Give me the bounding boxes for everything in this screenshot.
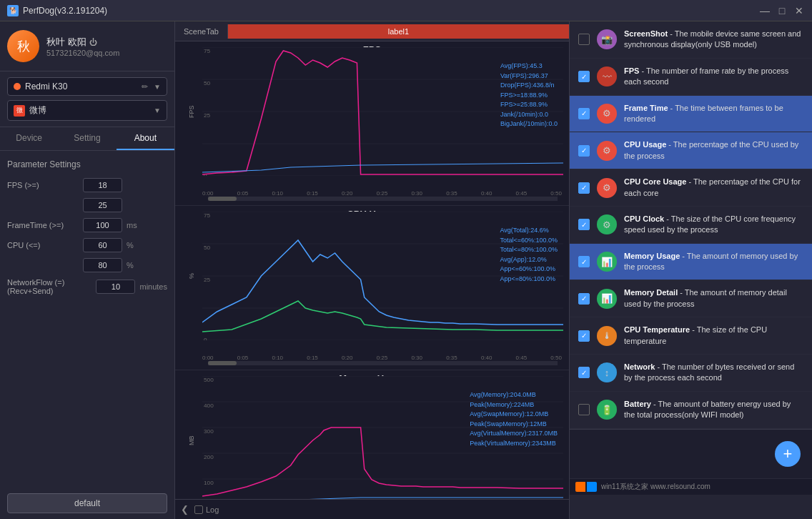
bottom-nav-icon[interactable]: ❮	[181, 504, 189, 515]
svg-text:50: 50	[204, 80, 211, 86]
cputemp-icon: 🌡	[597, 326, 617, 346]
cpu-scrollbar[interactable]	[208, 361, 558, 365]
frametime-label: FrameTime (>=)	[7, 221, 79, 229]
memorydetail-checkbox[interactable]	[578, 293, 590, 305]
svg-text:300: 300	[204, 428, 214, 435]
app-select[interactable]: 微 微博 ▼	[7, 100, 167, 121]
avatar: 秋	[7, 30, 39, 62]
fps-y-label: FPS	[181, 47, 202, 176]
fps-chart-area: FPS 75 50 25 0	[181, 47, 563, 190]
cpu-unit-2: %	[127, 261, 134, 270]
rp-item-cputemp[interactable]: 🌡 CPU Temperature - The size of the CPU …	[570, 317, 812, 355]
network-checkbox[interactable]	[578, 367, 590, 378]
svg-text:25: 25	[204, 112, 211, 119]
frametime-text: Frame Time - The time between frames to …	[624, 103, 803, 125]
device-section: Redmi K30 ✏ ▼ 微 微博 ▼	[0, 71, 174, 127]
network-icon: ↕	[597, 362, 617, 382]
rp-item-network[interactable]: ↕ Network - The number of bytes received…	[570, 355, 812, 392]
network-param-row: NetworkFlow (=) (Recv+Send) minutes	[7, 278, 167, 295]
watermark: win11系统之家 www.relsound.com	[570, 478, 812, 495]
right-panel: 📸 ScreenShot - The mobile device same sc…	[569, 21, 812, 519]
cpu-chart-section: CPU Usage % 75 50 25 0	[175, 206, 569, 370]
app-chevron-icon: ▼	[154, 107, 161, 114]
memorydetail-icon: 📊	[597, 289, 617, 309]
rp-item-screenshot[interactable]: 📸 ScreenShot - The mobile device same sc…	[570, 21, 812, 59]
memory-y-label: MB	[181, 376, 202, 499]
scene-tab[interactable]: SceneTab	[175, 24, 228, 39]
network-input[interactable]	[96, 280, 135, 294]
app-name: 微博	[29, 104, 46, 117]
fps-chart-section: FPS FPS 75 50	[175, 41, 569, 206]
cpucoreusage-checkbox[interactable]	[578, 182, 590, 194]
rp-item-cpuusage[interactable]: ⚙ CPU Usage - The percentage of the CPU …	[570, 132, 812, 169]
cpu-param-row-2: %	[7, 258, 167, 272]
rp-item-cpuclock[interactable]: ⚙ CPU Clock - The size of the CPU core f…	[570, 207, 812, 244]
fps-scrollbar[interactable]	[208, 197, 558, 201]
cputemp-text: CPU Temperature - The size of the CPU te…	[624, 325, 803, 347]
svg-text:50: 50	[204, 244, 211, 251]
cpuusage-checkbox[interactable]	[578, 145, 590, 157]
network-label: NetworkFlow (=) (Recv+Send)	[7, 278, 91, 295]
fps-label: FPS (>=)	[7, 181, 79, 189]
cpu-input-2[interactable]	[83, 258, 122, 272]
svg-text:200: 200	[204, 454, 214, 460]
params-title: Parameter Settings	[7, 159, 167, 169]
frametime-param-row: FrameTime (>=) ms	[7, 218, 167, 232]
memorydetail-text: Memory Detail - The amount of memory det…	[624, 287, 803, 310]
charts-container[interactable]: FPS FPS 75 50	[175, 41, 569, 499]
memory-chart-section: Memory Usage MB 500 400 3	[175, 370, 569, 499]
main-layout: 秋 秋叶 欧阳 ⏻ 517321620@qq.com Redmi K30 ✏ ▼	[0, 21, 812, 519]
fps-text: FPS - The number of frame rate by the pr…	[624, 66, 803, 88]
frametime-checkbox[interactable]	[578, 108, 590, 119]
network-text: Network - The number of bytes received o…	[624, 362, 803, 384]
tab-device[interactable]: Device	[0, 127, 58, 150]
cpu-input-1[interactable]	[83, 238, 122, 252]
fps-input-1[interactable]	[83, 178, 122, 192]
svg-text:75: 75	[204, 48, 211, 54]
fps-checkbox[interactable]	[578, 71, 590, 82]
memory-chart-area: MB 500 400 300 200	[181, 376, 563, 499]
sidebar: 秋 秋叶 欧阳 ⏻ 517321620@qq.com Redmi K30 ✏ ▼	[0, 21, 175, 519]
minimize-button[interactable]: —	[759, 5, 771, 16]
log-checkbox[interactable]	[194, 505, 203, 514]
app-icon: 🐕	[7, 5, 19, 16]
default-button[interactable]: default	[7, 493, 167, 513]
rp-item-frametime[interactable]: ⚙ Frame Time - The time between frames t…	[570, 96, 812, 133]
user-section: 秋 秋叶 欧阳 ⏻ 517321620@qq.com	[0, 21, 174, 71]
rp-item-cpucoreusage[interactable]: ⚙ CPU Core Usage - The percentage of the…	[570, 169, 812, 207]
cpu-param-row: CPU (<=) %	[7, 238, 167, 252]
rp-item-memoryusage[interactable]: 📊 Memory Usage - The amount of memory us…	[570, 244, 812, 281]
screenshot-checkbox[interactable]	[578, 34, 590, 45]
log-check[interactable]: Log	[194, 505, 219, 514]
frametime-unit: ms	[127, 221, 137, 229]
rp-item-memorydetail[interactable]: 📊 Memory Detail - The amount of memory d…	[570, 280, 812, 317]
tab-about[interactable]: About	[117, 127, 174, 150]
tabs-section: Device Setting About	[0, 127, 174, 151]
cpu-label: CPU (<=)	[7, 241, 79, 249]
tab-setting[interactable]: Setting	[58, 127, 116, 150]
user-name: 秋叶 欧阳 ⏻	[46, 36, 119, 49]
cpuclock-checkbox[interactable]	[578, 219, 590, 230]
app-title: PerfDog(v3.2.191204)	[23, 6, 107, 16]
screenshot-text: ScreenShot - The mobile device same scre…	[624, 29, 803, 51]
cputemp-checkbox[interactable]	[578, 330, 590, 342]
battery-checkbox[interactable]	[578, 404, 590, 415]
cpucoreusage-text: CPU Core Usage - The percentage of the C…	[624, 177, 803, 199]
add-metric-button[interactable]: +	[775, 441, 801, 467]
edit-icon[interactable]: ✏	[142, 82, 148, 92]
label1[interactable]: label1	[228, 24, 569, 39]
frametime-input[interactable]	[83, 218, 122, 232]
svg-text:400: 400	[204, 402, 214, 409]
power-icon[interactable]: ⏻	[89, 38, 97, 46]
svg-text:500: 500	[204, 377, 214, 383]
rp-item-fps[interactable]: 〰 FPS - The number of frame rate by the …	[570, 59, 812, 96]
rp-item-battery[interactable]: 🔋 Battery - The amount of battery energy…	[570, 392, 812, 429]
memoryusage-checkbox[interactable]	[578, 256, 590, 267]
maximize-button[interactable]: □	[776, 5, 788, 16]
fps-param-row: FPS (>=)	[7, 178, 167, 192]
device-select[interactable]: Redmi K30 ✏ ▼	[7, 77, 167, 96]
watermark-text: win11系统之家 www.relsound.com	[601, 482, 710, 492]
device-name: Redmi K30	[25, 81, 67, 92]
fps-input-2[interactable]	[83, 198, 122, 212]
close-button[interactable]: ✕	[793, 5, 805, 16]
